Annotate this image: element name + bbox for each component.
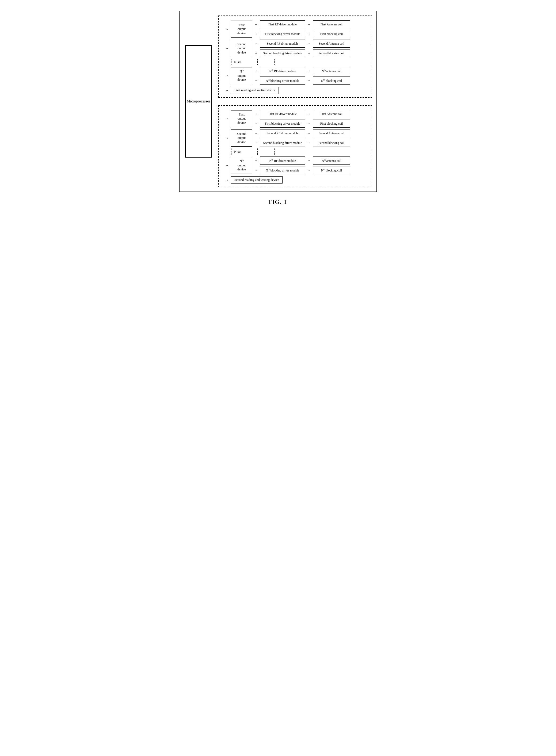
group2-devnth-block-coil-text: Nth blocking coil <box>321 168 342 172</box>
group2-devnth-arrow1: → <box>252 156 260 165</box>
group1-devnth-rf-coil: Nth antenna coil <box>313 67 350 75</box>
group1-devnth-drivers: Nth RF driver module Nth blocking driver… <box>260 67 305 84</box>
group2-device-nth-row: → Nthoutputdevice → → Nth RF driver modu… <box>223 156 368 174</box>
group1-dev2-arrow2: → <box>252 49 260 57</box>
group2-dev1-coil-arrows: → → <box>305 110 313 128</box>
group2-devnth-drivers: Nth RF driver module Nth blocking driver… <box>260 156 305 174</box>
group1-dev1-block-coil: First blocking coil <box>313 30 350 38</box>
group2-dev1-block-driver: First blocking driver module <box>260 119 305 128</box>
groups-container: → Firstoutputdevice → → <box>213 15 372 187</box>
group1-dev2-label: Secondoutputdevice <box>237 42 246 55</box>
group1-dev2-coil-arrows: → → <box>305 40 313 57</box>
group2-dev2-coil-arrow1: → <box>305 129 313 137</box>
group2-devnth-block-driver: Nth blocking driver module <box>260 166 305 174</box>
group1-devnth-coil-arrow2: → <box>305 76 313 84</box>
group1-dev1-drivers: First RF driver module First blocking dr… <box>260 20 305 38</box>
group2-rw-row: → Second reading and writing device <box>223 176 368 183</box>
fig-label: FIG. 1 <box>179 199 377 206</box>
group2-dev2-rf-coil: Second Antenna coil <box>313 129 350 137</box>
group1-devnth-label: Nthoutputdevice <box>237 69 246 82</box>
group2-dev2-output-box: Secondoutputdevice <box>231 130 252 147</box>
group2-dev2-arrow2: → <box>252 139 260 147</box>
group2-dev1-coils: First Antenna coil First blocking coil <box>313 110 350 128</box>
group2-devnth-coil-arrow1: → <box>305 156 313 165</box>
group2-rw-label: Second reading and writing device <box>234 178 279 182</box>
group2-dev1-label: Firstoutputdevice <box>237 113 246 125</box>
group2-dev1-output-box: Firstoutputdevice <box>231 110 252 127</box>
group1-devnth-rf-coil-text: Nth antenna coil <box>322 69 341 73</box>
group1-nset-label: N set <box>234 60 241 64</box>
page: Microprocessor → Firstoutputdevice <box>174 5 382 211</box>
group2-dev1-coil-arrow2: → <box>305 119 313 128</box>
group1-rw-label: First reading and writing device <box>234 88 275 92</box>
group2-dev2-arrow1: → <box>252 129 260 137</box>
group1-devnth-arrow2: → <box>252 76 260 84</box>
group2-devnth-coil-arrow2: → <box>305 166 313 174</box>
group2-devnth-rf-coil: Nth antenna coil <box>313 156 350 165</box>
group1-devnth-rf-driver: Nth RF driver module <box>260 67 305 75</box>
group1-dev1-arrow2: → <box>252 30 260 38</box>
group1-dev1-rf-coil: First Antenna coil <box>313 20 350 28</box>
group2-vdash3 <box>274 148 275 155</box>
group2-rw-arrow: → <box>223 178 231 182</box>
group1-dev1-label: Firstoutputdevice <box>237 23 246 36</box>
group1-dev1-mp-arrow: → <box>223 27 231 31</box>
group2-dev2-drivers: Second RF driver module Second blocking … <box>260 129 305 147</box>
group1-nset-label-area: N set <box>231 59 241 65</box>
group2-device1-row: → Firstoutputdevice → → First RF driver … <box>223 110 368 128</box>
group1-dev1-block-driver: First blocking driver module <box>260 30 305 38</box>
group1-devnth-coil-arrow1: → <box>305 67 313 75</box>
group2-dev2-mp-arrow: → <box>223 136 231 140</box>
group1-nset-row: N set <box>231 59 368 65</box>
group1-dev2-coil-arrow1: → <box>305 40 313 48</box>
group1-dev1-rf-driver: First RF driver module <box>260 20 305 28</box>
group1-devnth-output-box: Nthoutputdevice <box>231 67 252 84</box>
group2-nset-row: N set <box>231 148 368 155</box>
group2-dev2-rf-driver: Second RF driver module <box>260 129 305 137</box>
group1-devnth-coils: Nth antenna coil Nth blocking coil <box>313 67 350 84</box>
group1-devnth-mp-arrow: → <box>223 74 231 78</box>
group2-dev1-mp-arrow: → <box>223 117 231 121</box>
group2-dev2-block-coil: Second blocking coil <box>313 139 350 147</box>
group1-dev1-coil-arrow1: → <box>305 20 313 28</box>
group2-rw-device-box: Second reading and writing device <box>231 176 283 183</box>
group2-dev1-coil-arrow1: → <box>305 110 313 118</box>
group2-dev2-coil-arrows: → → <box>305 129 313 147</box>
group1-dev2-rf-coil: Second Antenna coil <box>313 40 350 48</box>
group2-devnth-mp-arrow: → <box>223 163 231 168</box>
group2-devnth-label: Nthoutputdevice <box>237 159 246 172</box>
group1-devnth-block-driver: Nth blocking driver module <box>260 76 305 84</box>
group1-device2-row: → Secondoutputdevice → → Second RF drive… <box>223 40 368 57</box>
group1-dev2-rf-driver: Second RF driver module <box>260 40 305 48</box>
group2-device2-row: → Secondoutputdevice → → Second RF drive… <box>223 129 368 147</box>
group2-devnth-rf-driver-text: Nth RF driver module <box>269 159 296 163</box>
group1-rw-arrow: → <box>223 88 231 93</box>
group1-dev2-arrows: → → <box>252 40 260 57</box>
group2-dev1-arrow2: → <box>252 119 260 128</box>
group1-dev2-mp-arrow: → <box>223 46 231 50</box>
group2-dev1-rf-driver: First RF driver module <box>260 110 305 118</box>
group1-dev2-coils: Second Antenna coil Second blocking coil <box>313 40 350 57</box>
group2-vdash1 <box>231 148 232 155</box>
group2: → Firstoutputdevice → → First RF driver … <box>218 105 372 187</box>
group1: → Firstoutputdevice → → <box>218 15 372 98</box>
group2-devnth-arrows: → → <box>252 156 260 174</box>
group1-dev1-coils: First Antenna coil First blocking coil <box>313 20 350 38</box>
group1-dev1-coil-arrows: → → <box>305 20 313 38</box>
group2-dev2-label: Secondoutputdevice <box>237 132 246 144</box>
microprocessor-col: Microprocessor <box>184 15 213 187</box>
group2-devnth-rf-coil-text: Nth antenna coil <box>322 159 341 163</box>
group2-devnth-coils: Nth antenna coil Nth blocking coil <box>313 156 350 174</box>
group1-device-nth-row: → Nthoutputdevice → → Nth RF driver modu… <box>223 67 368 84</box>
group2-dev1-drivers: First RF driver module First blocking dr… <box>260 110 305 128</box>
group2-devnth-output-box: Nthoutputdevice <box>231 157 252 174</box>
group2-dev1-block-coil: First blocking coil <box>313 119 350 128</box>
microprocessor-box: Microprocessor <box>185 45 212 157</box>
group1-dev1-output-box: Firstoutputdevice <box>231 21 252 38</box>
group1-devnth-rf-driver-text: Nth RF driver module <box>269 69 296 73</box>
microprocessor-label: Microprocessor <box>187 99 210 104</box>
group1-dev1-arrows: → → <box>252 20 260 38</box>
group2-nset-label: N set <box>234 149 241 154</box>
group2-dev2-block-driver: Second blocking driver module <box>260 139 305 147</box>
group1-dev2-output-box: Secondoutputdevice <box>231 40 252 57</box>
